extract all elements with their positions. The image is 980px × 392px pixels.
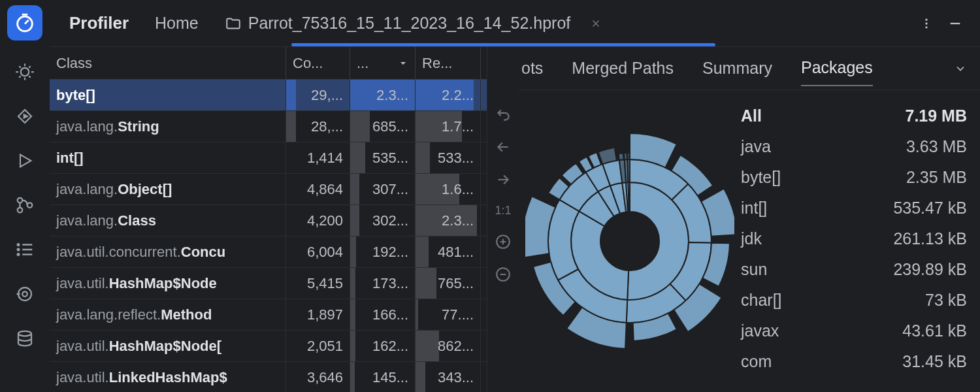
svg-marker-4 [20, 155, 31, 167]
svg-point-18 [925, 22, 927, 24]
package-row[interactable]: byte[]2.35 MB [741, 162, 967, 193]
svg-marker-3 [24, 115, 27, 118]
package-row[interactable]: com31.45 kB [741, 346, 967, 377]
arrow-left-icon[interactable] [495, 139, 512, 155]
package-row[interactable]: sun239.89 kB [741, 254, 967, 285]
profiler-logo[interactable] [7, 5, 42, 41]
package-row[interactable]: java3.63 MB [741, 131, 967, 162]
table-row[interactable]: java.lang.Class4,200302...2.3... [50, 205, 487, 237]
undo-icon[interactable] [495, 106, 512, 123]
target-icon[interactable] [12, 281, 38, 307]
svg-point-17 [925, 18, 927, 20]
svg-point-6 [18, 208, 23, 213]
vcs-icon[interactable] [12, 192, 38, 218]
subtab-summary[interactable]: Summary [702, 59, 772, 78]
table-row[interactable]: byte[]29,...2.3...2.2... [50, 80, 487, 111]
chevron-down-icon[interactable] [954, 62, 967, 75]
svg-point-14 [18, 287, 31, 301]
file-tab-label: Parrot_75316_15_11_2023_16_14_52.hprof [248, 14, 571, 33]
activity-bar [0, 0, 50, 392]
package-row[interactable]: javax43.61 kB [741, 316, 967, 346]
table-row[interactable]: int[]1,414535...533... [50, 142, 487, 174]
database-icon[interactable] [12, 325, 38, 351]
more-icon[interactable] [915, 12, 938, 35]
packages-body: All7.19 MBjava3.63 MBbyte[]2.35 MBint[]5… [519, 90, 980, 392]
th-shallow[interactable]: ... [350, 47, 416, 79]
subtab-roots[interactable]: ots [521, 59, 543, 78]
package-row[interactable]: jdk261.13 kB [741, 223, 967, 254]
table-row[interactable]: java.lang.String28,...685...1.7... [50, 111, 487, 142]
subtab-packages[interactable]: Packages [801, 58, 873, 86]
svg-point-1 [21, 68, 29, 76]
package-row[interactable]: char[]73 kB [741, 285, 967, 316]
package-row[interactable]: All7.19 MB [741, 101, 967, 131]
svg-point-8 [18, 244, 20, 246]
table-row[interactable]: java.util.concurrent.Concu6,004192...481… [50, 237, 487, 268]
minimize-icon[interactable] [943, 12, 967, 35]
table-row[interactable]: java.util.HashMap$Node[2,051162...862... [50, 331, 487, 362]
main-area: Profiler Home Parrot_75316_15_11_2023_16… [50, 0, 980, 392]
folder-icon [225, 15, 242, 32]
sunburst-chart[interactable] [519, 90, 741, 392]
subtabs: ots Merged Paths Summary Packages [519, 47, 980, 90]
bug-icon[interactable] [12, 59, 38, 85]
class-table: Class Co... ... Re... byte[]29,...2.3...… [50, 47, 487, 392]
table-row[interactable]: java.lang.Object[]4,864307...1.6... [50, 174, 487, 205]
svg-point-5 [18, 198, 23, 203]
th-retained[interactable]: Re... [416, 47, 481, 79]
table-row[interactable]: java.util.LinkedHashMap$3,646145...343..… [50, 362, 487, 392]
inspect-icon[interactable] [12, 103, 38, 129]
zoom-out-icon[interactable] [495, 266, 512, 283]
close-icon[interactable] [590, 18, 602, 29]
table-row[interactable]: java.lang.reflect.Method1,897166...77...… [50, 299, 487, 331]
package-row[interactable]: int[]535.47 kB [741, 193, 967, 223]
th-class[interactable]: Class [50, 47, 286, 79]
table-row[interactable]: java.util.HashMap$Node5,415173...765... [50, 268, 487, 299]
svg-point-0 [18, 16, 33, 31]
ratio-label[interactable]: 1:1 [495, 204, 511, 218]
subtab-merged[interactable]: Merged Paths [572, 59, 674, 78]
gutter: 1:1 [487, 47, 519, 392]
list-icon[interactable] [12, 237, 38, 263]
svg-point-15 [22, 291, 27, 297]
tab-home[interactable]: Home [155, 14, 199, 33]
content: Class Co... ... Re... byte[]29,...2.3...… [50, 47, 980, 392]
zoom-in-icon[interactable] [495, 233, 512, 250]
arrow-right-icon[interactable] [495, 171, 512, 188]
package-list: All7.19 MBjava3.63 MBbyte[]2.35 MBint[]5… [741, 90, 980, 392]
svg-point-19 [925, 26, 927, 28]
svg-point-16 [18, 331, 31, 336]
tab-file[interactable]: Parrot_75316_15_11_2023_16_14_52.hprof [225, 14, 602, 46]
th-count[interactable]: Co... [286, 47, 350, 79]
svg-point-12 [18, 253, 20, 255]
chevron-down-icon [398, 58, 408, 69]
active-tab-underline [291, 43, 715, 46]
table-body: byte[]29,...2.3...2.2...java.lang.String… [50, 80, 487, 392]
tool-title: Profiler [69, 13, 129, 33]
svg-point-10 [18, 249, 20, 251]
run-icon[interactable] [12, 148, 38, 174]
packages-pane: ots Merged Paths Summary Packages All7.1… [519, 47, 980, 392]
table-header: Class Co... ... Re... [50, 47, 487, 80]
topbar: Profiler Home Parrot_75316_15_11_2023_16… [50, 0, 980, 47]
th-shallow-label: ... [357, 55, 368, 72]
